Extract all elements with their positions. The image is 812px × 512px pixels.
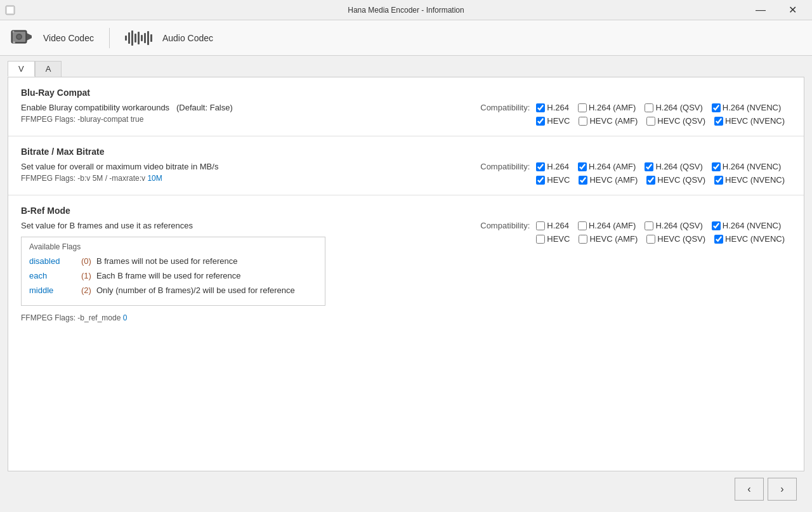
tab-a[interactable]: A (35, 61, 62, 77)
bitrate-compat-h264-amf[interactable]: H.264 (AMF) (578, 162, 636, 171)
bitrate-checkbox-h264-amf[interactable] (578, 162, 587, 171)
bref-compat-row-h264: Compatibility: H.264 H.264 (AMF) H.264 (… (473, 221, 791, 230)
compat-hevc[interactable]: HEVC (536, 116, 570, 126)
compat-row-hevc: HEVC HEVC (AMF) HEVC (QSV) HEVC (NVENC) (473, 116, 791, 126)
compat-hevc-nvenc[interactable]: HEVC (NVENC) (714, 116, 785, 126)
checkbox-hevc[interactable] (536, 117, 545, 126)
blu-ray-compat-desc: Enable Bluray compatibility workarounds … (21, 103, 473, 112)
bitrate-compat-hevc[interactable]: HEVC (536, 175, 570, 185)
bitrate-flag: FFMPEG Flags: -b:v 5M / -maxrate:v 10M (21, 174, 473, 183)
flag-row-middle: middle (2) Only (number of B frames)/2 w… (29, 286, 317, 295)
flag-num-each: (1) (81, 271, 91, 280)
blu-ray-compat-body: Enable Bluray compatibility workarounds … (21, 103, 791, 126)
flag-row-disabled: disabled (0) B frames will not be used f… (29, 256, 317, 266)
toolbar-separator (109, 28, 110, 48)
next-button[interactable]: › (768, 478, 797, 501)
compat-hevc-amf[interactable]: HEVC (AMF) (579, 116, 638, 126)
blu-ray-compat-title: Blu-Ray Compat (21, 88, 791, 98)
bref-compat-hevc-qsv[interactable]: HEVC (QSV) (646, 234, 705, 244)
compat-h264-nvenc[interactable]: H.264 (NVENC) (712, 103, 781, 112)
checkbox-h264[interactable] (536, 103, 545, 112)
bitrate-compat-h264-nvenc[interactable]: H.264 (NVENC) (712, 162, 781, 171)
checkbox-hevc-amf[interactable] (579, 117, 587, 126)
bitrate-checkbox-hevc-amf[interactable] (579, 176, 587, 185)
tab-v[interactable]: V (8, 61, 35, 77)
tabs-row: V A (8, 61, 804, 77)
checkbox-h264-qsv[interactable] (645, 103, 653, 112)
bref-checkbox-h264-nvenc[interactable] (712, 221, 721, 230)
checkbox-h264-nvenc[interactable] (712, 103, 721, 112)
flag-num-middle: (2) (81, 286, 91, 295)
bitrate-body: Set value for overall or maximum video b… (21, 162, 791, 185)
section-blu-ray-compat: Blu-Ray Compat Enable Bluray compatibili… (8, 77, 804, 136)
compat-hevc-qsv[interactable]: HEVC (QSV) (646, 116, 705, 126)
bref-compat-h264[interactable]: H.264 (536, 221, 569, 230)
bitrate-checkbox-hevc-nvenc[interactable] (714, 176, 723, 185)
bref-checkbox-h264-amf[interactable] (578, 221, 587, 230)
bitrate-compat-row-h264: Compatibility: H.264 H.264 (AMF) H.264 (… (473, 162, 791, 171)
checkbox-hevc-qsv[interactable] (646, 117, 655, 126)
bref-compat-hevc[interactable]: HEVC (536, 234, 570, 244)
compatibility-label-1: Compatibility: (473, 103, 530, 112)
section-b-ref-mode: B-Ref Mode Set value for B frames and us… (8, 195, 804, 332)
title-bar: Hana Media Encoder - Information — ✕ (0, 0, 812, 20)
bref-checkbox-h264[interactable] (536, 221, 545, 230)
b-ref-mode-title: B-Ref Mode (21, 206, 791, 216)
flag-name-each: each (29, 271, 80, 280)
video-codec-icon (10, 27, 33, 49)
bref-checkbox-hevc-amf[interactable] (579, 235, 587, 244)
svg-point-5 (17, 35, 21, 39)
toolbar: Video Codec Audio Codec (0, 20, 812, 56)
window-title: Hana Media Encoder - Information (348, 6, 464, 15)
b-ref-mode-flag-val: 0 (123, 313, 128, 322)
bitrate-compat-hevc-amf[interactable]: HEVC (AMF) (579, 175, 638, 185)
bref-compat-h264-amf[interactable]: H.264 (AMF) (578, 221, 636, 230)
bref-checkbox-hevc-nvenc[interactable] (714, 235, 723, 244)
prev-button[interactable]: ‹ (735, 478, 764, 501)
svg-rect-1 (7, 7, 13, 13)
bref-compat-h264-nvenc[interactable]: H.264 (NVENC) (712, 221, 781, 230)
close-button[interactable]: ✕ (778, 0, 807, 20)
bitrate-desc: Set value for overall or maximum video b… (21, 162, 473, 171)
flag-desc-each: Each B frame will be used for reference (96, 271, 241, 280)
compat-h264-qsv[interactable]: H.264 (QSV) (645, 103, 702, 112)
bitrate-checkbox-h264[interactable] (536, 162, 545, 171)
compat-row-h264: Compatibility: H.264 H.264 (AMF) H.264 (… (473, 103, 791, 112)
bitrate-checkbox-h264-nvenc[interactable] (712, 162, 721, 171)
bitrate-checkbox-hevc[interactable] (536, 176, 545, 185)
bitrate-compat-hevc-nvenc[interactable]: HEVC (NVENC) (714, 175, 785, 185)
compat-h264-amf[interactable]: H.264 (AMF) (578, 103, 636, 112)
flag-name-disabled: disabled (29, 256, 80, 266)
compat-h264[interactable]: H.264 (536, 103, 569, 112)
bitrate-compat-h264-qsv[interactable]: H.264 (QSV) (645, 162, 702, 171)
bitrate-left: Set value for overall or maximum video b… (21, 162, 473, 183)
checkbox-h264-amf[interactable] (578, 103, 587, 112)
bref-compat-h264-qsv[interactable]: H.264 (QSV) (645, 221, 702, 230)
app-icon (5, 5, 15, 15)
bref-checkbox-h264-qsv[interactable] (645, 221, 653, 230)
bitrate-compatibility-label: Compatibility: (473, 162, 530, 171)
audio-codec-label: Audio Codec (162, 33, 213, 43)
bref-compat-hevc-nvenc[interactable]: HEVC (NVENC) (714, 234, 785, 244)
b-ref-mode-right: Compatibility: H.264 H.264 (AMF) H.264 (… (473, 221, 791, 244)
available-flags-table: Available Flags disabled (0) B frames wi… (21, 237, 325, 306)
flag-name-middle: middle (29, 286, 80, 295)
bitrate-compat-h264[interactable]: H.264 (536, 162, 569, 171)
bitrate-checkbox-h264-qsv[interactable] (645, 162, 653, 171)
section-bitrate: Bitrate / Max Bitrate Set value for over… (8, 136, 804, 195)
bref-compat-hevc-amf[interactable]: HEVC (AMF) (579, 234, 638, 244)
blu-ray-compat-flag: FFMPEG Flags: -bluray-compat true (21, 115, 473, 124)
bitrate-checkbox-hevc-qsv[interactable] (646, 176, 655, 185)
bref-checkbox-hevc[interactable] (536, 235, 545, 244)
minimize-button[interactable]: — (746, 0, 775, 20)
bitrate-compat-hevc-qsv[interactable]: HEVC (QSV) (646, 175, 705, 185)
bref-checkbox-hevc-qsv[interactable] (646, 235, 655, 244)
checkbox-hevc-nvenc[interactable] (714, 117, 723, 126)
b-ref-mode-left: Set value for B frames and use it as ref… (21, 221, 473, 322)
title-bar-controls: — ✕ (746, 0, 807, 20)
svg-point-8 (13, 30, 15, 32)
title-bar-left (5, 5, 15, 15)
b-ref-mode-flag: FFMPEG Flags: -b_ref_mode 0 (21, 313, 473, 322)
b-ref-mode-body: Set value for B frames and use it as ref… (21, 221, 791, 322)
bitrate-title: Bitrate / Max Bitrate (21, 147, 791, 157)
